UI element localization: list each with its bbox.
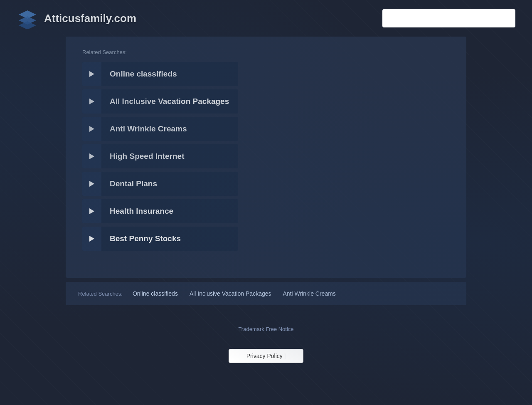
- footer-link-online-classifieds[interactable]: Online classifieds: [131, 289, 180, 298]
- search-items-list: Online classifieds All Inclusive Vacatio…: [82, 62, 238, 251]
- item-label: High Speed Internet: [101, 144, 238, 168]
- arrow-icon: [82, 62, 101, 86]
- item-label: All Inclusive Vacation Packages: [101, 89, 238, 114]
- arrow-icon: [82, 172, 101, 196]
- item-label: Dental Plans: [101, 172, 238, 196]
- triangle-icon: [89, 71, 94, 77]
- item-label: Health Insurance: [101, 199, 238, 223]
- site-title: Atticusfamily.com: [44, 12, 136, 25]
- footer-link-anti-wrinkle[interactable]: Anti Wrinkle Creams: [281, 289, 337, 298]
- triangle-icon: [89, 99, 94, 104]
- footer-label: Related Searches:: [78, 291, 123, 297]
- privacy-bar: Privacy Policy |: [0, 349, 532, 363]
- privacy-policy-button[interactable]: Privacy Policy |: [229, 349, 303, 363]
- list-item-dental-plans[interactable]: Dental Plans: [82, 172, 238, 196]
- search-input[interactable]: [382, 9, 515, 27]
- list-item-anti-wrinkle-creams[interactable]: Anti Wrinkle Creams: [82, 117, 238, 141]
- logo-area: Atticusfamily.com: [17, 7, 136, 29]
- item-label: Online classifieds: [101, 62, 238, 86]
- item-label: Anti Wrinkle Creams: [101, 117, 238, 141]
- arrow-icon: [82, 199, 101, 223]
- footer-related-searches: Related Searches: Online classifieds All…: [66, 282, 466, 305]
- list-item-all-inclusive-vacation[interactable]: All Inclusive Vacation Packages: [82, 89, 238, 114]
- trademark-text: Trademark Free Notice: [238, 326, 293, 332]
- arrow-icon: [82, 227, 101, 251]
- triangle-icon: [89, 208, 94, 214]
- arrow-icon: [82, 89, 101, 114]
- list-item-online-classifieds[interactable]: Online classifieds: [82, 62, 238, 86]
- arrow-icon: [82, 144, 101, 168]
- svg-marker-2: [19, 21, 36, 29]
- logo-icon: [17, 7, 38, 29]
- item-label: Best Penny Stocks: [101, 227, 238, 251]
- list-item-best-penny-stocks[interactable]: Best Penny Stocks: [82, 227, 238, 251]
- related-searches-heading: Related Searches:: [82, 49, 450, 55]
- header: Atticusfamily.com: [0, 0, 532, 37]
- triangle-icon: [89, 126, 94, 132]
- triangle-icon: [89, 236, 94, 242]
- list-item-high-speed-internet[interactable]: High Speed Internet: [82, 144, 238, 168]
- triangle-icon: [89, 181, 94, 187]
- triangle-icon: [89, 153, 94, 159]
- trademark-notice: Trademark Free Notice: [0, 326, 532, 332]
- list-item-health-insurance[interactable]: Health Insurance: [82, 199, 238, 223]
- footer-link-all-inclusive[interactable]: All Inclusive Vacation Packages: [188, 289, 273, 298]
- arrow-icon: [82, 117, 101, 141]
- main-panel: Related Searches: Online classifieds All…: [66, 37, 466, 278]
